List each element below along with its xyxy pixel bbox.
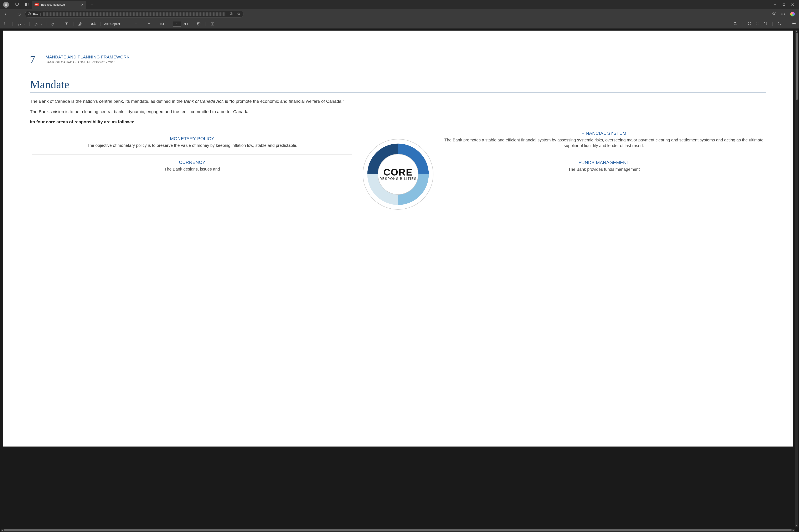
doc-header: 7 MANDATE AND PLANNING FRAMEWORK BANK OF… [30,54,766,65]
svg-rect-2 [25,3,28,6]
back-button[interactable] [2,11,10,18]
more-menu-button[interactable]: ••• [780,12,786,16]
window-controls [774,3,799,7]
contents-button[interactable] [3,21,9,27]
doc-lead-in: Its four core areas of responsibility ar… [30,119,766,125]
favorites-button[interactable] [772,12,776,17]
settings-button[interactable] [792,21,796,26]
scroll-up-arrow-icon[interactable]: ▲ [796,30,798,33]
funds-management-block: FUNDS MANAGEMENT The Bank provides funds… [442,160,766,172]
doc-paragraph-2: The Bank's vision is to be a leading cen… [30,109,766,115]
favorite-star-icon[interactable] [237,12,241,16]
funds-text: The Bank provides funds management [442,167,766,172]
highlight-button[interactable] [33,21,39,27]
toolbar-right: ••• [772,12,795,17]
title-underline [30,93,766,93]
url-scheme: File [33,13,38,16]
close-tab-button[interactable]: ✕ [81,3,83,7]
text-box-button[interactable] [64,21,70,27]
rotate-button[interactable] [196,21,202,27]
site-info-icon[interactable] [28,12,31,16]
scroll-down-arrow-icon[interactable]: ▼ [796,525,798,528]
zoom-in-button[interactable]: + [146,21,152,27]
svg-rect-32 [749,24,750,25]
scroll-left-arrow-icon[interactable]: ◀ [1,529,4,531]
zoom-indicator-icon[interactable] [229,12,233,16]
svg-point-0 [5,3,7,5]
svg-point-17 [4,23,5,23]
tab-title-text: Business Report.pdf [41,3,79,6]
translate-button[interactable]: aあ [91,21,96,27]
url-divider: | [40,12,41,16]
svg-point-21 [4,25,5,25]
right-separator [444,155,764,155]
draw-button[interactable] [16,21,22,27]
svg-rect-26 [211,22,212,25]
doc-section-title: MANDATE AND PLANNING FRAMEWORK [45,55,130,59]
donut-center-small: RESPONSIBILITIES [379,177,417,181]
pdf-badge-icon: PDF [35,3,39,6]
vertical-scroll-thumb[interactable] [796,33,798,100]
horizontal-scrollbar[interactable]: ◀ ▶ [1,529,795,532]
title-bar: PDF Business Report.pdf ✕ ＋ [0,0,799,10]
svg-text:A: A [79,24,80,25]
svg-line-12 [232,14,233,15]
address-bar-row: File | ••• [0,10,799,19]
horizontal-scroll-thumb[interactable] [4,529,792,531]
donut-center-big: CORE [384,168,413,177]
svg-rect-33 [756,22,759,25]
doc-paragraph-1: The Bank of Canada is the nation's centr… [30,98,766,104]
workspaces-icon[interactable] [15,2,19,7]
vertical-scrollbar[interactable]: ▲ ▼ [795,30,798,528]
page-number-input[interactable] [173,21,181,26]
doc-section-sub: BANK OF CANADA • ANNUAL REPORT • 2019 [45,60,130,64]
currency-text: The Bank designs, issues and [30,166,354,172]
page-total-label: of 1 [184,22,188,25]
svg-point-35 [794,23,795,24]
new-tab-button[interactable]: ＋ [90,2,94,7]
zoom-out-button[interactable]: − [133,21,139,27]
doc-main-title: Mandate [30,78,766,91]
search-button[interactable] [733,21,737,26]
maximize-button[interactable] [783,3,785,7]
profile-avatar[interactable] [3,2,9,8]
minimize-button[interactable] [774,3,776,7]
refresh-button[interactable] [15,11,23,18]
financial-system-block: FINANCIAL SYSTEM The Bank promotes a sta… [442,131,766,149]
highlight-chevron-icon[interactable]: ⌄ [41,23,42,25]
pdf-viewport[interactable]: 7 MANDATE AND PLANNING FRAMEWORK BANK OF… [0,28,799,532]
svg-rect-27 [213,22,214,25]
page-view-button[interactable] [209,21,215,27]
tab-overview-icon[interactable] [25,2,29,7]
svg-rect-5 [783,3,785,5]
fullscreen-button[interactable] [778,21,782,26]
svg-line-29 [736,24,737,25]
erase-button[interactable] [50,21,56,27]
ask-copilot-button[interactable]: Ask Copilot [104,22,120,25]
monetary-text: The objective of monetary policy is to p… [30,143,354,148]
monetary-heading: MONETARY POLICY [30,136,354,141]
save-button[interactable] [755,21,760,26]
currency-block: CURRENCY The Bank designs, issues and [30,160,354,172]
close-window-button[interactable] [791,3,794,7]
doc-page-number: 7 [30,54,35,65]
active-tab[interactable]: PDF Business Report.pdf ✕ [32,1,86,9]
currency-heading: CURRENCY [30,160,354,165]
pdf-toolbar-right [733,21,796,26]
monetary-policy-block: MONETARY POLICY The objective of monetar… [30,136,354,148]
print-button[interactable] [747,21,751,26]
svg-point-28 [734,22,736,24]
save-as-button[interactable] [763,21,767,26]
draw-chevron-icon[interactable]: ⌄ [24,23,25,25]
address-bar[interactable]: File | [25,11,243,18]
svg-point-19 [4,24,5,24]
pdf-page: 7 MANDATE AND PLANNING FRAMEWORK BANK OF… [3,31,793,446]
read-aloud-button[interactable]: A [77,21,83,27]
svg-rect-1 [16,3,18,5]
url-path-redacted [43,12,225,16]
pdf-toolbar: ⌄ ⌄ A aあ Ask Copilot − + of 1 [0,19,799,28]
scroll-right-arrow-icon[interactable]: ▶ [792,529,795,531]
financial-text: The Bank promotes a stable and efficient… [442,137,766,149]
copilot-icon[interactable] [790,12,795,16]
fit-width-button[interactable] [159,21,165,27]
